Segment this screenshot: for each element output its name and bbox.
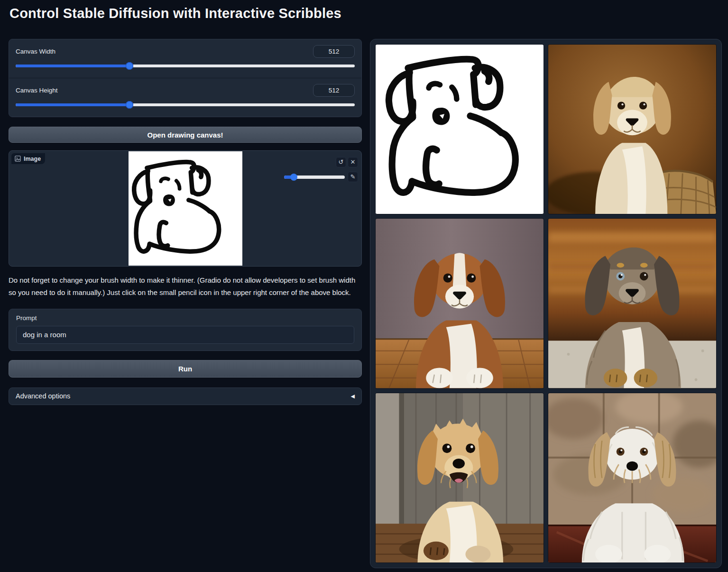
- advanced-options-accordion[interactable]: Advanced options ◀: [9, 387, 362, 405]
- canvas-height-row: Canvas Height 512: [9, 78, 361, 117]
- generated-dog-image: [548, 219, 716, 388]
- gallery-item-dog-merle[interactable]: [548, 218, 717, 388]
- canvas-width-label: Canvas Width: [16, 48, 55, 55]
- image-block: Image ↺ ✕ ✎: [9, 150, 362, 267]
- clear-image-button[interactable]: ✕: [348, 157, 358, 167]
- slider-fill: [16, 65, 129, 67]
- gallery-item-scribble[interactable]: [375, 44, 544, 214]
- brush-slider-handle[interactable]: [290, 174, 297, 181]
- chevron-left-icon: ◀: [351, 393, 355, 399]
- result-gallery: [370, 39, 722, 568]
- brush-width-note: Do not forget to change your brush width…: [9, 274, 359, 299]
- slider-handle[interactable]: [126, 62, 133, 70]
- slider-fill: [16, 103, 129, 106]
- page-title: Control Stable Diffusion with Interactiv…: [9, 6, 341, 21]
- image-block-label: Image: [11, 153, 45, 164]
- run-button[interactable]: Run: [9, 360, 362, 378]
- prompt-input[interactable]: [16, 326, 354, 344]
- gallery-item-dog-basket[interactable]: [548, 44, 717, 214]
- canvas-height-slider[interactable]: [16, 101, 355, 109]
- app-root: Control Stable Diffusion with Interactiv…: [0, 0, 728, 572]
- canvas-size-panel: Canvas Width 512 Canvas Height 512: [9, 39, 362, 117]
- canvas-width-value[interactable]: 512: [313, 45, 355, 58]
- dog-scribble-drawing: [129, 151, 242, 266]
- generated-dog-image: [376, 219, 544, 388]
- undo-icon: ↺: [339, 158, 344, 166]
- close-icon: ✕: [350, 158, 356, 166]
- canvas-width-slider[interactable]: [16, 62, 355, 70]
- generated-dog-image: [548, 45, 716, 214]
- pencil-icon: ✎: [350, 173, 356, 180]
- brush-tool-button[interactable]: ✎: [348, 172, 358, 182]
- canvas-height-label: Canvas Height: [16, 87, 58, 94]
- canvas-height-value[interactable]: 512: [313, 84, 355, 97]
- drawing-canvas[interactable]: [129, 151, 242, 266]
- image-icon: [15, 156, 21, 162]
- prompt-panel: Prompt: [9, 309, 362, 351]
- advanced-options-label: Advanced options: [16, 392, 70, 400]
- slider-handle[interactable]: [126, 101, 133, 109]
- gallery-item-dog-wood-floor[interactable]: [375, 218, 544, 388]
- open-canvas-button[interactable]: Open drawing canvas!: [9, 127, 362, 143]
- generated-dog-image: [376, 393, 544, 563]
- gallery-item-dog-white-shaggy[interactable]: [548, 393, 717, 563]
- generated-dog-image: [548, 393, 716, 563]
- undo-button[interactable]: ↺: [336, 157, 346, 167]
- gallery-item-dog-open-mouth[interactable]: [375, 393, 544, 563]
- image-block-label-text: Image: [24, 156, 41, 162]
- dog-scribble-image: [376, 45, 544, 214]
- controls-column: Canvas Width 512 Canvas Height 512: [9, 39, 362, 405]
- canvas-width-row: Canvas Width 512: [9, 39, 361, 78]
- prompt-label: Prompt: [16, 314, 354, 322]
- brush-size-slider[interactable]: [284, 174, 345, 180]
